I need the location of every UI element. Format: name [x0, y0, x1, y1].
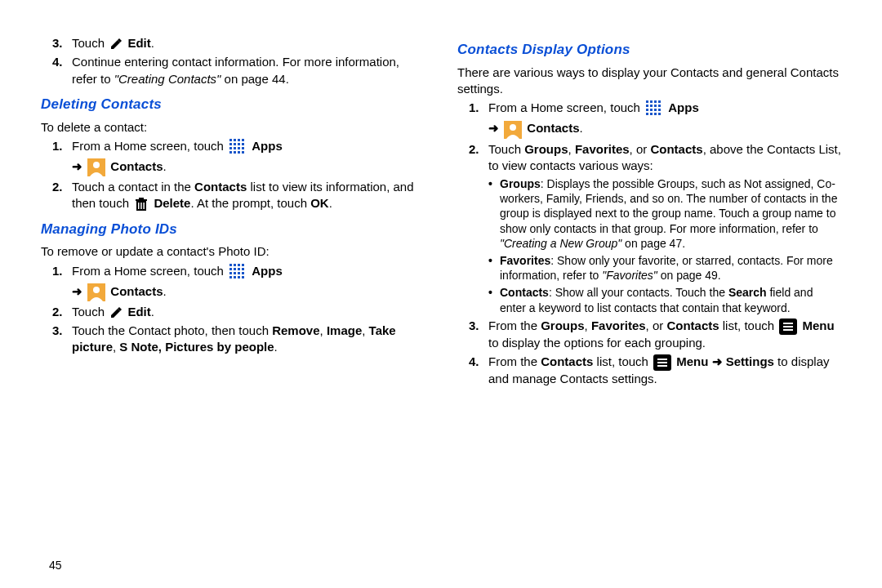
svg-rect-37 [234, 276, 236, 278]
numbered-step: 1.From a Home screen, touch Apps [469, 100, 841, 118]
svg-rect-23 [144, 203, 145, 209]
arrow-icon: ➜ [72, 159, 82, 173]
svg-rect-53 [658, 109, 661, 111]
contact-icon [87, 283, 105, 301]
svg-rect-32 [229, 272, 232, 274]
svg-rect-67 [657, 365, 667, 367]
right-column: Contacts Display OptionsThere are variou… [457, 33, 841, 390]
intro-text: To remove or update a contact's Photo ID… [41, 243, 425, 260]
manual-page: 3.Touch Edit.4.Continue entering contact… [0, 0, 882, 406]
svg-rect-14 [238, 151, 240, 154]
svg-rect-35 [242, 272, 244, 274]
trash-icon [134, 197, 149, 212]
left-column: 3.Touch Edit.4.Continue entering contact… [41, 33, 425, 390]
heading-managing-photo-ids: Managing Photo IDs [41, 220, 425, 239]
svg-rect-55 [650, 113, 653, 115]
svg-rect-8 [229, 147, 232, 149]
svg-rect-44 [654, 100, 657, 103]
svg-rect-25 [234, 264, 236, 266]
svg-rect-30 [238, 268, 240, 270]
svg-rect-7 [242, 143, 244, 145]
svg-rect-26 [238, 264, 240, 266]
svg-rect-15 [242, 151, 244, 154]
numbered-step: 4.From the Contacts list, touch Menu ➜ S… [469, 354, 841, 387]
svg-rect-42 [646, 100, 648, 103]
svg-rect-21 [138, 203, 140, 209]
svg-rect-66 [657, 362, 667, 363]
step-subline: ➜ Contacts. [488, 120, 841, 138]
svg-rect-49 [658, 105, 661, 107]
contact-icon [87, 158, 105, 176]
svg-rect-22 [140, 203, 142, 209]
svg-rect-52 [654, 109, 657, 111]
svg-rect-10 [238, 147, 240, 149]
menu-icon [653, 354, 671, 371]
svg-rect-65 [657, 359, 667, 360]
svg-rect-4 [229, 143, 232, 145]
svg-rect-28 [229, 268, 232, 270]
svg-rect-38 [238, 276, 240, 278]
intro-text: To delete a contact: [41, 119, 425, 136]
svg-rect-24 [229, 264, 232, 266]
svg-rect-19 [136, 199, 147, 201]
svg-rect-36 [229, 276, 232, 278]
step-subline: ➜ Contacts. [72, 158, 425, 176]
svg-rect-61 [783, 323, 793, 324]
svg-rect-11 [242, 147, 244, 149]
arrow-icon: ➜ [712, 354, 723, 368]
numbered-step: 1.From a Home screen, touch Apps [52, 138, 425, 156]
svg-rect-56 [654, 113, 657, 115]
numbered-step: 2.Touch Edit. [52, 304, 425, 320]
apps-icon [229, 138, 247, 156]
svg-rect-0 [229, 139, 232, 141]
menu-icon [779, 318, 797, 335]
bullet-item: •Contacts: Show all your contacts. Touch… [488, 285, 841, 314]
svg-rect-13 [234, 151, 236, 154]
svg-rect-63 [783, 329, 793, 331]
bullet-item: •Favorites: Show only your favorite, or … [488, 253, 841, 283]
svg-rect-27 [242, 264, 244, 266]
svg-rect-51 [650, 109, 653, 111]
svg-rect-54 [646, 113, 648, 115]
svg-point-59 [510, 124, 516, 131]
svg-rect-34 [238, 272, 240, 274]
svg-rect-43 [650, 100, 653, 103]
svg-rect-62 [783, 326, 793, 327]
arrow-icon: ➜ [488, 121, 499, 135]
numbered-step: 1.From a Home screen, touch Apps [52, 263, 425, 281]
svg-rect-3 [242, 139, 244, 141]
step-subline: ➜ Contacts. [72, 283, 425, 301]
arrow-icon: ➜ [72, 284, 82, 298]
svg-rect-12 [229, 151, 232, 154]
pencil-icon [109, 306, 122, 319]
svg-rect-5 [234, 143, 236, 145]
numbered-step: 2.Touch Groups, Favorites, or Contacts, … [469, 141, 841, 175]
svg-rect-48 [654, 105, 657, 107]
contact-icon [504, 121, 522, 139]
page-number: 45 [49, 559, 62, 572]
numbered-step: 3.Touch the Contact photo, then touch Re… [52, 323, 425, 356]
apps-icon [645, 100, 663, 118]
svg-rect-33 [234, 272, 236, 274]
svg-rect-31 [242, 268, 244, 270]
svg-point-41 [93, 287, 100, 293]
svg-rect-45 [658, 100, 661, 103]
svg-rect-39 [242, 276, 244, 278]
numbered-step: 3.From the Groups, Favorites, or Contact… [469, 318, 841, 351]
numbered-step: 2.Touch a contact in the Contacts list t… [52, 179, 425, 212]
heading-contacts-display-options: Contacts Display Options [457, 41, 841, 60]
apps-icon [229, 263, 247, 281]
numbered-step: 4.Continue entering contact information.… [52, 54, 425, 87]
pencil-icon [109, 38, 122, 51]
svg-rect-1 [234, 139, 236, 141]
svg-rect-50 [646, 109, 648, 111]
intro-text: There are various ways to display your C… [457, 65, 841, 98]
bullet-item: •Groups: Displays the possible Groups, s… [488, 176, 841, 251]
svg-rect-20 [139, 198, 144, 199]
svg-rect-47 [650, 105, 653, 107]
svg-point-17 [93, 162, 100, 168]
heading-deleting-contacts: Deleting Contacts [41, 96, 425, 114]
svg-rect-29 [234, 268, 236, 270]
svg-rect-6 [238, 143, 240, 145]
numbered-step: 3.Touch Edit. [52, 35, 425, 51]
